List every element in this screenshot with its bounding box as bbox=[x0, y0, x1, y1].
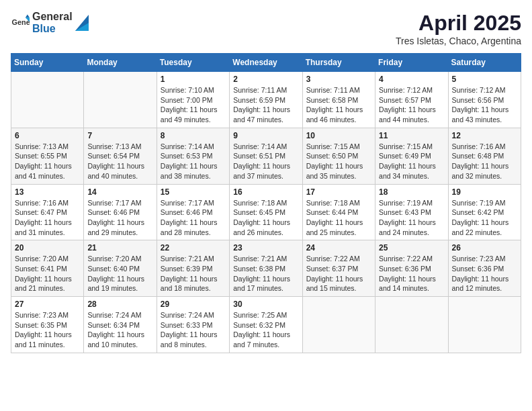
day-detail: Sunrise: 7:12 AM Sunset: 6:57 PM Dayligh… bbox=[379, 85, 444, 125]
title-area: April 2025 Tres Isletas, Chaco, Argentin… bbox=[396, 11, 521, 46]
calendar-cell bbox=[84, 72, 157, 128]
day-number: 11 bbox=[379, 131, 444, 140]
logo-icon: General bbox=[11, 13, 30, 32]
day-number: 30 bbox=[233, 300, 298, 309]
svg-text:General: General bbox=[12, 18, 30, 26]
svg-marker-1 bbox=[26, 15, 30, 18]
day-detail: Sunrise: 7:12 AM Sunset: 6:56 PM Dayligh… bbox=[452, 85, 517, 125]
calendar-cell: 14Sunrise: 7:17 AM Sunset: 6:46 PM Dayli… bbox=[84, 184, 157, 240]
day-number: 23 bbox=[233, 243, 298, 253]
calendar-cell: 9Sunrise: 7:14 AM Sunset: 6:51 PM Daylig… bbox=[230, 128, 302, 184]
calendar-cell: 24Sunrise: 7:22 AM Sunset: 6:37 PM Dayli… bbox=[302, 240, 375, 297]
header-wednesday: Wednesday bbox=[230, 54, 302, 72]
day-detail: Sunrise: 7:15 AM Sunset: 6:49 PM Dayligh… bbox=[379, 142, 444, 181]
day-detail: Sunrise: 7:11 AM Sunset: 6:58 PM Dayligh… bbox=[306, 85, 371, 125]
day-detail: Sunrise: 7:14 AM Sunset: 6:53 PM Dayligh… bbox=[161, 142, 226, 181]
week-row-5: 27Sunrise: 7:23 AM Sunset: 6:35 PM Dayli… bbox=[11, 297, 521, 353]
calendar-cell: 12Sunrise: 7:16 AM Sunset: 6:48 PM Dayli… bbox=[448, 128, 521, 184]
day-number: 26 bbox=[452, 243, 517, 253]
day-number: 29 bbox=[161, 300, 226, 309]
day-detail: Sunrise: 7:23 AM Sunset: 6:36 PM Dayligh… bbox=[452, 254, 517, 293]
week-row-2: 6Sunrise: 7:13 AM Sunset: 6:55 PM Daylig… bbox=[11, 128, 521, 184]
day-number: 27 bbox=[15, 300, 80, 309]
day-number: 3 bbox=[306, 75, 371, 84]
calendar-cell: 30Sunrise: 7:25 AM Sunset: 6:32 PM Dayli… bbox=[230, 297, 302, 353]
day-number: 10 bbox=[306, 131, 371, 140]
calendar-cell: 27Sunrise: 7:23 AM Sunset: 6:35 PM Dayli… bbox=[11, 297, 84, 353]
day-number: 1 bbox=[161, 75, 226, 84]
calendar-cell: 6Sunrise: 7:13 AM Sunset: 6:55 PM Daylig… bbox=[11, 128, 84, 184]
calendar-cell: 4Sunrise: 7:12 AM Sunset: 6:57 PM Daylig… bbox=[375, 72, 448, 128]
day-number: 28 bbox=[87, 300, 152, 309]
day-detail: Sunrise: 7:10 AM Sunset: 7:00 PM Dayligh… bbox=[161, 85, 226, 125]
week-row-1: 1Sunrise: 7:10 AM Sunset: 7:00 PM Daylig… bbox=[11, 72, 521, 128]
day-number: 21 bbox=[87, 243, 152, 253]
calendar-cell: 1Sunrise: 7:10 AM Sunset: 7:00 PM Daylig… bbox=[157, 72, 229, 128]
calendar-cell bbox=[302, 297, 375, 353]
logo-text: General Blue bbox=[32, 11, 73, 34]
day-detail: Sunrise: 7:17 AM Sunset: 6:46 PM Dayligh… bbox=[161, 198, 226, 238]
calendar-cell bbox=[11, 72, 84, 128]
day-detail: Sunrise: 7:15 AM Sunset: 6:50 PM Dayligh… bbox=[306, 142, 371, 181]
day-detail: Sunrise: 7:19 AM Sunset: 6:42 PM Dayligh… bbox=[452, 198, 517, 238]
logo-triangle-icon bbox=[75, 15, 89, 31]
day-detail: Sunrise: 7:23 AM Sunset: 6:35 PM Dayligh… bbox=[15, 310, 80, 350]
day-number: 13 bbox=[15, 187, 80, 197]
calendar-cell: 3Sunrise: 7:11 AM Sunset: 6:58 PM Daylig… bbox=[302, 72, 375, 128]
calendar-cell: 15Sunrise: 7:17 AM Sunset: 6:46 PM Dayli… bbox=[157, 184, 229, 240]
calendar-cell: 8Sunrise: 7:14 AM Sunset: 6:53 PM Daylig… bbox=[157, 128, 229, 184]
day-detail: Sunrise: 7:13 AM Sunset: 6:55 PM Dayligh… bbox=[15, 142, 80, 181]
day-detail: Sunrise: 7:13 AM Sunset: 6:54 PM Dayligh… bbox=[87, 142, 152, 181]
calendar-cell: 22Sunrise: 7:21 AM Sunset: 6:39 PM Dayli… bbox=[157, 240, 229, 297]
day-detail: Sunrise: 7:21 AM Sunset: 6:39 PM Dayligh… bbox=[161, 254, 226, 293]
day-detail: Sunrise: 7:22 AM Sunset: 6:36 PM Dayligh… bbox=[379, 254, 444, 293]
calendar-cell: 10Sunrise: 7:15 AM Sunset: 6:50 PM Dayli… bbox=[302, 128, 375, 184]
calendar-cell: 23Sunrise: 7:21 AM Sunset: 6:38 PM Dayli… bbox=[230, 240, 302, 297]
day-number: 19 bbox=[452, 187, 517, 197]
day-number: 2 bbox=[233, 75, 298, 84]
day-number: 18 bbox=[379, 187, 444, 197]
calendar-cell: 25Sunrise: 7:22 AM Sunset: 6:36 PM Dayli… bbox=[375, 240, 448, 297]
header-tuesday: Tuesday bbox=[157, 54, 229, 72]
calendar-cell: 5Sunrise: 7:12 AM Sunset: 6:56 PM Daylig… bbox=[448, 72, 521, 128]
header-monday: Monday bbox=[84, 54, 157, 72]
day-detail: Sunrise: 7:24 AM Sunset: 6:34 PM Dayligh… bbox=[87, 310, 152, 350]
calendar-cell: 11Sunrise: 7:15 AM Sunset: 6:49 PM Dayli… bbox=[375, 128, 448, 184]
header-sunday: Sunday bbox=[11, 54, 84, 72]
day-number: 7 bbox=[87, 131, 152, 140]
header-friday: Friday bbox=[375, 54, 448, 72]
calendar-cell: 17Sunrise: 7:18 AM Sunset: 6:44 PM Dayli… bbox=[302, 184, 375, 240]
calendar-cell: 28Sunrise: 7:24 AM Sunset: 6:34 PM Dayli… bbox=[84, 297, 157, 353]
calendar-cell: 20Sunrise: 7:20 AM Sunset: 6:41 PM Dayli… bbox=[11, 240, 84, 297]
calendar-cell: 29Sunrise: 7:24 AM Sunset: 6:33 PM Dayli… bbox=[157, 297, 229, 353]
day-detail: Sunrise: 7:18 AM Sunset: 6:45 PM Dayligh… bbox=[233, 198, 298, 238]
calendar-cell: 2Sunrise: 7:11 AM Sunset: 6:59 PM Daylig… bbox=[230, 72, 302, 128]
day-detail: Sunrise: 7:25 AM Sunset: 6:32 PM Dayligh… bbox=[233, 310, 298, 350]
day-detail: Sunrise: 7:18 AM Sunset: 6:44 PM Dayligh… bbox=[306, 198, 371, 238]
calendar-cell: 13Sunrise: 7:16 AM Sunset: 6:47 PM Dayli… bbox=[11, 184, 84, 240]
day-detail: Sunrise: 7:11 AM Sunset: 6:59 PM Dayligh… bbox=[233, 85, 298, 125]
day-number: 22 bbox=[161, 243, 226, 253]
page-subtitle: Tres Isletas, Chaco, Argentina bbox=[396, 36, 521, 46]
calendar-cell bbox=[448, 297, 521, 353]
day-detail: Sunrise: 7:20 AM Sunset: 6:41 PM Dayligh… bbox=[15, 254, 80, 293]
calendar-cell: 21Sunrise: 7:20 AM Sunset: 6:40 PM Dayli… bbox=[84, 240, 157, 297]
day-number: 14 bbox=[87, 187, 152, 197]
calendar-cell: 26Sunrise: 7:23 AM Sunset: 6:36 PM Dayli… bbox=[448, 240, 521, 297]
day-number: 9 bbox=[233, 131, 298, 140]
page-header: General General Blue April 2025 Tres Isl… bbox=[11, 11, 521, 46]
day-detail: Sunrise: 7:16 AM Sunset: 6:48 PM Dayligh… bbox=[452, 142, 517, 181]
day-detail: Sunrise: 7:22 AM Sunset: 6:37 PM Dayligh… bbox=[306, 254, 371, 293]
day-detail: Sunrise: 7:16 AM Sunset: 6:47 PM Dayligh… bbox=[15, 198, 80, 238]
day-number: 20 bbox=[15, 243, 80, 253]
day-number: 8 bbox=[161, 131, 226, 140]
logo: General General Blue bbox=[11, 11, 89, 35]
page-title: April 2025 bbox=[396, 11, 521, 36]
day-detail: Sunrise: 7:17 AM Sunset: 6:46 PM Dayligh… bbox=[87, 198, 152, 238]
day-number: 4 bbox=[379, 75, 444, 84]
week-row-3: 13Sunrise: 7:16 AM Sunset: 6:47 PM Dayli… bbox=[11, 184, 521, 240]
day-number: 5 bbox=[452, 75, 517, 84]
calendar-cell bbox=[375, 297, 448, 353]
calendar-header-row: SundayMondayTuesdayWednesdayThursdayFrid… bbox=[11, 54, 521, 72]
day-number: 15 bbox=[161, 187, 226, 197]
